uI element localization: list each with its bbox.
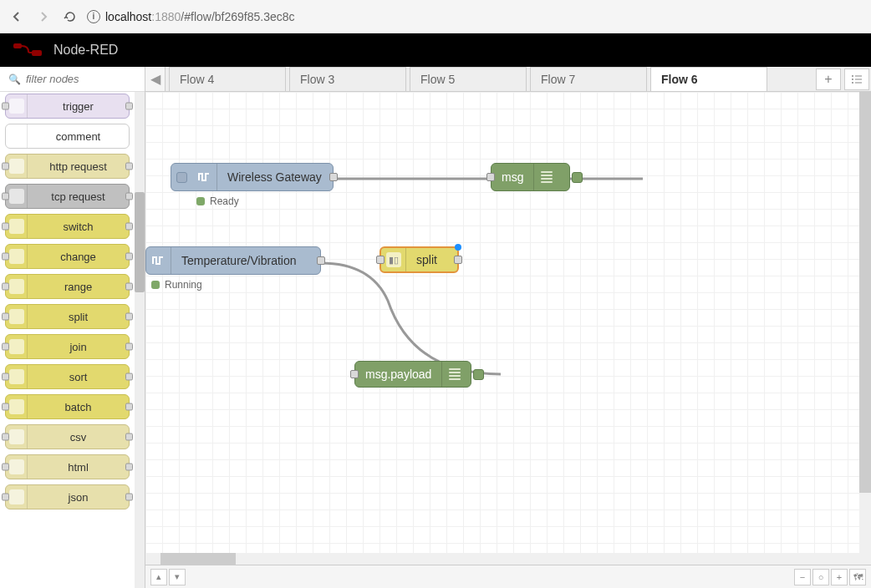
palette-sidebar: 🔍 triggercommenthttp requesttcp requests… [0, 67, 145, 588]
palette-node-range[interactable]: range [5, 274, 130, 299]
inject-button[interactable] [176, 172, 187, 183]
svg-rect-7 [855, 83, 862, 84]
port [2, 313, 9, 321]
filter-nodes-input[interactable] [26, 73, 136, 85]
input-port[interactable] [350, 370, 359, 378]
info-icon: i [87, 10, 100, 23]
node-type-icon [6, 124, 28, 148]
list-flows-button[interactable] [844, 68, 869, 90]
canvas-node-msg[interactable]: msg [491, 163, 570, 191]
palette-node-label: comment [28, 130, 129, 143]
port [125, 433, 133, 441]
palette-node-label: tcp request [28, 190, 129, 203]
port [125, 193, 133, 200]
canvas-scrollbar-vertical[interactable] [859, 92, 871, 565]
palette-node-split[interactable]: split [5, 304, 130, 329]
navigator-button[interactable]: 🗺 [849, 569, 866, 585]
port [125, 253, 133, 261]
back-button[interactable] [7, 7, 27, 27]
url-host: localhost [105, 10, 151, 23]
palette-node-label: change [28, 251, 129, 263]
search-icon: 🔍 [8, 74, 21, 85]
tab-scroll-left[interactable]: ◀ [145, 67, 166, 91]
palette-node-label: html [28, 461, 129, 474]
status-text: Ready [210, 195, 239, 207]
forward-button[interactable] [33, 7, 53, 27]
port [2, 163, 9, 170]
palette-node-label: sort [28, 371, 129, 383]
palette-scrollbar[interactable] [135, 92, 145, 588]
zoom-out-button[interactable]: − [794, 569, 811, 585]
input-port[interactable] [486, 173, 495, 181]
debug-icon [533, 164, 558, 190]
canvas-node-msg-payload[interactable]: msg.payload [354, 361, 471, 388]
canvas-scrollbar-horizontal[interactable] [145, 553, 871, 565]
palette-node-http-request[interactable]: http request [5, 154, 130, 179]
port [125, 373, 133, 381]
palette-node-join[interactable]: join [5, 334, 130, 359]
port [125, 283, 133, 291]
palette-node-trigger[interactable]: trigger [5, 94, 130, 119]
svg-point-4 [852, 79, 853, 80]
palette-node-change[interactable]: change [5, 244, 130, 269]
canvas-node-wireless-gateway[interactable]: Wireless Gateway Ready [171, 163, 334, 191]
palette-node-json[interactable]: json [5, 484, 130, 509]
url-bar[interactable]: i localhost:1880/#flow/bf269f85.3ec8c [87, 10, 864, 23]
node-label: msg.payload [355, 368, 441, 381]
palette-node-tcp-request[interactable]: tcp request [5, 184, 130, 209]
palette-node-comment[interactable]: comment [5, 124, 130, 149]
collapse-down-button[interactable]: ▾ [169, 569, 186, 585]
palette-node-label: trigger [28, 100, 129, 113]
palette-node-label: switch [28, 220, 129, 233]
status-text: Running [165, 279, 202, 291]
tab-flow-5[interactable]: Flow 5 [410, 67, 527, 91]
palette-node-label: range [28, 281, 129, 293]
changed-indicator [455, 244, 461, 251]
tab-flow-6[interactable]: Flow 6 [650, 67, 767, 91]
canvas-node-split[interactable]: ▮▯ split [379, 246, 459, 273]
node-label: msg [492, 170, 533, 184]
palette-node-label: http request [28, 160, 129, 173]
palette-node-csv[interactable]: csv [5, 424, 130, 449]
collapse-up-button[interactable]: ▴ [150, 569, 167, 585]
svg-rect-5 [855, 79, 862, 80]
palette-node-label: json [28, 491, 129, 504]
status-dot [196, 197, 205, 205]
tab-flow-3[interactable]: Flow 3 [289, 67, 406, 91]
debug-toggle[interactable] [572, 172, 583, 183]
palette-node-label: join [28, 341, 129, 353]
palette-node-batch[interactable]: batch [5, 394, 130, 419]
add-flow-button[interactable]: + [816, 68, 841, 90]
palette-node-switch[interactable]: switch [5, 214, 130, 239]
port [2, 373, 9, 381]
flow-canvas[interactable]: Wireless Gateway Ready msg Temperature/V [145, 92, 871, 565]
app-title: Node-RED [53, 43, 118, 58]
svg-rect-3 [855, 76, 862, 77]
status-dot [151, 281, 160, 289]
palette-node-label: split [28, 311, 129, 323]
url-port: :1880 [151, 10, 181, 23]
reload-button[interactable] [60, 7, 80, 27]
output-port[interactable] [317, 256, 325, 265]
input-port[interactable] [376, 256, 385, 264]
port [2, 103, 9, 110]
port [125, 464, 133, 471]
palette-node-sort[interactable]: sort [5, 364, 130, 389]
port [125, 494, 133, 501]
output-port[interactable] [329, 173, 338, 181]
output-port[interactable] [454, 256, 462, 264]
tab-flow-7[interactable]: Flow 7 [530, 67, 647, 91]
node-red-logo-icon [13, 42, 43, 58]
svg-rect-0 [13, 43, 22, 48]
zoom-reset-button[interactable]: ○ [812, 569, 829, 585]
tab-flow-4[interactable]: Flow 4 [169, 67, 286, 91]
flow-icon [146, 247, 171, 274]
node-label: split [406, 253, 447, 266]
port [2, 403, 9, 411]
svg-rect-1 [32, 50, 42, 56]
debug-toggle[interactable] [473, 369, 484, 380]
palette-node-html[interactable]: html [5, 454, 130, 479]
zoom-in-button[interactable]: + [831, 569, 848, 585]
port [2, 193, 9, 200]
canvas-node-temperature-vibration[interactable]: Temperature/Vibration Running [145, 246, 321, 275]
